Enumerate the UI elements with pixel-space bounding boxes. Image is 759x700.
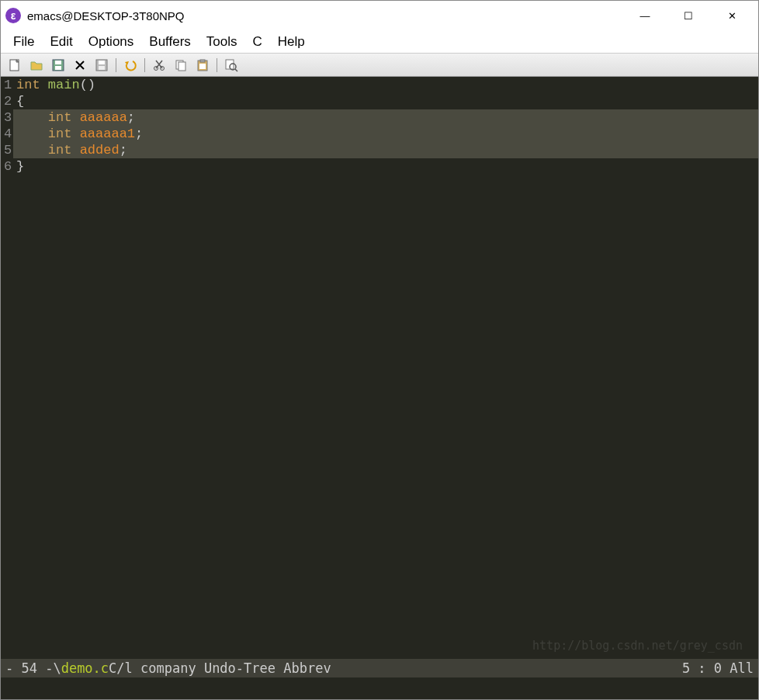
search-icon[interactable] — [222, 56, 241, 75]
token-k-type: int — [48, 126, 72, 141]
line-number: 1 — [1, 77, 12, 93]
token-k-txt — [71, 110, 79, 125]
toolbar-separator — [217, 58, 217, 72]
svg-rect-12 — [200, 60, 205, 62]
close-x-icon[interactable] — [71, 56, 89, 75]
toolbar — [1, 54, 758, 77]
token-k-txt: ; — [120, 143, 127, 158]
token-k-var: added — [80, 143, 120, 158]
modeline-position: 5 : 0 All — [682, 660, 754, 676]
disk-icon[interactable] — [49, 56, 68, 75]
undo-icon[interactable] — [121, 56, 140, 75]
token-k-br: } — [16, 159, 24, 174]
code-line[interactable]: int aaaaaa1; — [13, 126, 758, 142]
svg-rect-13 — [199, 64, 206, 69]
menu-options[interactable]: Options — [81, 32, 142, 52]
menu-file[interactable]: File — [5, 32, 42, 52]
menu-c[interactable]: C — [245, 32, 270, 52]
svg-rect-5 — [99, 61, 105, 64]
minibuffer[interactable] — [1, 677, 758, 699]
modeline: - 54 -\ demo.c C/l company Undo-Tree Abb… — [1, 659, 758, 677]
open-folder-icon[interactable] — [27, 56, 46, 75]
svg-rect-2 — [55, 61, 61, 64]
token-k-fn: main — [48, 78, 80, 92]
window-title: emacs@DESKTOP-3T80NPQ — [27, 9, 185, 23]
code-line[interactable]: { — [13, 93, 758, 109]
modeline-filename: demo.c — [61, 660, 109, 676]
svg-rect-6 — [99, 66, 105, 70]
token-k-type: int — [48, 143, 72, 158]
code-line[interactable]: int main() — [13, 77, 758, 93]
modeline-modes: C/l company Undo-Tree Abbrev — [109, 660, 331, 676]
modeline-left: - 54 -\ — [5, 660, 61, 676]
line-gutter: 123456 — [1, 77, 13, 659]
svg-rect-3 — [55, 66, 61, 70]
code-area[interactable]: int main(){ int aaaaaa; int aaaaaa1; int… — [13, 77, 758, 659]
line-number: 2 — [1, 93, 12, 109]
token-k-type: int — [16, 78, 40, 92]
menu-buffers[interactable]: Buffers — [141, 32, 199, 52]
token-k-txt: ; — [135, 126, 143, 141]
token-k-br: { — [16, 94, 24, 109]
token-k-txt: ; — [127, 110, 135, 125]
line-number: 6 — [1, 158, 12, 175]
toolbar-separator — [116, 58, 116, 72]
save-icon[interactable] — [92, 56, 111, 75]
titlebar[interactable]: ε emacs@DESKTOP-3T80NPQ — ☐ ✕ — [1, 1, 758, 30]
token-k-br: () — [80, 78, 95, 92]
svg-rect-10 — [178, 62, 185, 71]
token-k-txt — [16, 126, 48, 141]
code-line[interactable]: int aaaaaa; — [13, 109, 758, 126]
line-number: 3 — [1, 109, 12, 126]
minimize-button[interactable]: — — [623, 1, 667, 30]
token-k-txt — [16, 143, 48, 158]
line-number: 5 — [1, 142, 12, 158]
maximize-button[interactable]: ☐ — [667, 1, 710, 30]
line-number: 4 — [1, 126, 12, 142]
paste-icon[interactable] — [193, 56, 212, 75]
editor-area[interactable]: 123456 int main(){ int aaaaaa; int aaaaa… — [1, 77, 758, 659]
toolbar-separator — [144, 58, 145, 72]
code-line[interactable]: } — [13, 158, 758, 175]
menu-edit[interactable]: Edit — [42, 32, 80, 52]
token-k-txt — [16, 110, 48, 125]
watermark: http://blog.csdn.net/grey_csdn — [532, 638, 743, 654]
new-file-icon[interactable] — [5, 56, 24, 75]
token-k-txt — [40, 78, 48, 92]
cut-icon[interactable] — [150, 56, 168, 75]
close-button[interactable]: ✕ — [710, 1, 754, 30]
code-line[interactable]: int added; — [13, 142, 758, 158]
token-k-var: aaaaaa1 — [80, 126, 135, 141]
app-icon: ε — [5, 8, 21, 23]
token-k-txt — [71, 143, 79, 158]
token-k-type: int — [48, 110, 72, 125]
token-k-var: aaaaaa — [80, 110, 127, 125]
menu-tools[interactable]: Tools — [199, 32, 245, 52]
menubar: File Edit Options Buffers Tools C Help — [1, 30, 758, 54]
copy-icon[interactable] — [172, 56, 190, 75]
token-k-txt — [71, 126, 79, 141]
menu-help[interactable]: Help — [270, 32, 313, 52]
